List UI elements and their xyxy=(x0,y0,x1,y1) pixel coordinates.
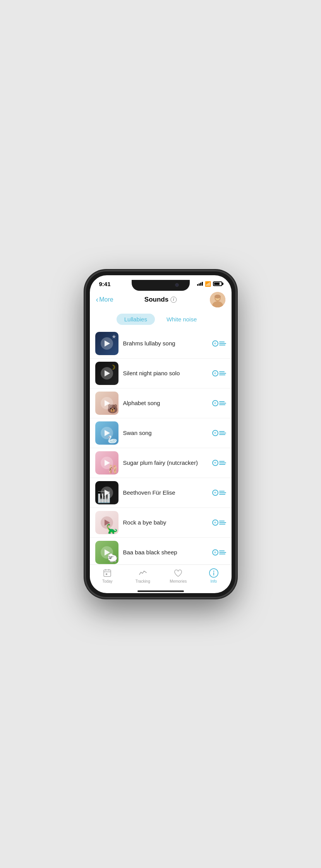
song-thumbnail[interactable]: 🐑 xyxy=(95,541,118,564)
plus-icon: + xyxy=(212,490,218,496)
plus-icon: + xyxy=(212,400,218,406)
add-to-list-button[interactable]: + xyxy=(212,340,226,347)
list-item: 🦢 Swan song + xyxy=(90,418,232,448)
song-thumbnail[interactable]: 🦢 xyxy=(95,421,118,445)
play-icon xyxy=(105,370,110,376)
add-to-list-button[interactable]: + xyxy=(212,490,226,496)
song-title: Alphabet song xyxy=(123,400,208,406)
tracking-icon xyxy=(138,568,148,578)
plus-icon: + xyxy=(212,340,218,347)
song-title: Beethoven Für Elise xyxy=(123,489,208,496)
song-title: Sugar plum fairy (nutcracker) xyxy=(123,459,208,466)
tab-today-label: Today xyxy=(102,579,113,583)
list-item: 🩰 Sugar plum fairy (nutcracker) + xyxy=(90,448,232,478)
play-button[interactable] xyxy=(101,367,113,380)
song-title: Rock a bye baby xyxy=(123,519,208,526)
avatar[interactable] xyxy=(210,292,225,307)
list-icon xyxy=(219,431,226,435)
add-to-list-button[interactable]: + xyxy=(212,519,226,526)
play-button[interactable] xyxy=(101,397,113,409)
list-icon xyxy=(219,371,226,375)
nav-title: Sounds i xyxy=(144,296,177,304)
song-title: Silent night piano solo xyxy=(123,370,208,376)
plus-icon: + xyxy=(212,549,218,556)
play-icon xyxy=(105,490,110,496)
phone-frame: 9:41 📶 ‹ More Sounds xyxy=(85,271,236,598)
song-thumbnail[interactable]: 🎹 xyxy=(95,481,118,504)
play-icon xyxy=(105,519,110,526)
status-icons: 📶 xyxy=(197,281,222,287)
page-title: Sounds xyxy=(144,296,168,304)
info-button[interactable]: i xyxy=(170,297,177,303)
avatar-image xyxy=(210,292,225,307)
today-icon xyxy=(102,568,112,578)
camera xyxy=(175,283,179,287)
play-icon xyxy=(105,400,110,406)
add-to-list-button[interactable]: + xyxy=(212,549,226,556)
list-icon xyxy=(219,521,226,525)
back-button[interactable]: ‹ More xyxy=(96,296,113,303)
play-button[interactable] xyxy=(101,487,113,499)
notch xyxy=(132,280,190,291)
tab-info-label: Info xyxy=(210,579,217,583)
phone-screen: 9:41 📶 ‹ More Sounds xyxy=(90,275,232,593)
plus-icon: + xyxy=(212,519,218,526)
play-button[interactable] xyxy=(101,427,113,439)
tab-tracking-label: Tracking xyxy=(136,579,150,583)
back-label: More xyxy=(99,296,113,303)
song-thumbnail[interactable]: 🩰 xyxy=(95,451,118,475)
tab-lullabies[interactable]: Lullabies xyxy=(117,314,155,325)
list-icon xyxy=(219,491,226,495)
home-indicator xyxy=(90,591,232,593)
song-thumbnail[interactable]: ★ xyxy=(95,332,118,355)
svg-point-13 xyxy=(213,571,214,571)
play-icon xyxy=(105,340,110,347)
play-icon xyxy=(105,460,110,466)
list-item: 🐑 Baa baa black sheep + xyxy=(90,538,232,564)
play-button[interactable] xyxy=(101,457,113,469)
list-item: ☽ Silent night piano solo + xyxy=(90,359,232,388)
tab-info[interactable]: Info xyxy=(196,568,232,583)
add-to-list-button[interactable]: + xyxy=(212,430,226,436)
song-title: Brahms lullaby song xyxy=(123,340,208,347)
tab-bar: Today Tracking Memories xyxy=(90,564,232,591)
signal-icon xyxy=(197,282,203,286)
play-icon xyxy=(105,549,110,556)
tab-white-noise[interactable]: White noise xyxy=(159,314,204,325)
song-list: ★ Brahms lullaby song + xyxy=(90,329,232,564)
list-item: 🐻 Alphabet song + xyxy=(90,388,232,418)
svg-point-4 xyxy=(215,295,221,299)
add-to-list-button[interactable]: + xyxy=(212,400,226,406)
song-thumbnail[interactable]: 🐻 xyxy=(95,392,118,415)
svg-rect-9 xyxy=(106,573,107,575)
list-item: 🎹 Beethoven Für Elise + xyxy=(90,478,232,508)
memories-icon xyxy=(173,568,183,578)
tab-memories-label: Memories xyxy=(170,579,187,583)
plus-icon: + xyxy=(212,460,218,466)
song-title: Swan song xyxy=(123,430,208,436)
song-thumbnail[interactable]: 🦕 xyxy=(95,511,118,534)
list-item: ★ Brahms lullaby song + xyxy=(90,329,232,359)
list-item: 🦕 Rock a bye baby + xyxy=(90,508,232,538)
tab-tracking[interactable]: Tracking xyxy=(125,568,161,583)
tab-today[interactable]: Today xyxy=(90,568,125,583)
song-title: Baa baa black sheep xyxy=(123,549,208,556)
list-icon xyxy=(219,550,226,554)
status-time: 9:41 xyxy=(99,281,111,287)
plus-icon: + xyxy=(212,430,218,436)
tab-memories[interactable]: Memories xyxy=(161,568,196,583)
nav-bar: ‹ More Sounds i xyxy=(90,290,232,311)
play-button[interactable] xyxy=(101,516,113,529)
filter-tabs: Lullabies White noise xyxy=(90,311,232,329)
plus-icon: + xyxy=(212,370,218,376)
play-icon xyxy=(105,430,110,436)
play-button[interactable] xyxy=(101,546,113,559)
wifi-icon: 📶 xyxy=(205,281,211,287)
info-tab-icon xyxy=(209,568,219,578)
add-to-list-button[interactable]: + xyxy=(212,460,226,466)
svg-rect-5 xyxy=(104,570,111,576)
song-thumbnail[interactable]: ☽ xyxy=(95,362,118,385)
play-button[interactable] xyxy=(101,337,113,350)
list-icon xyxy=(219,401,226,405)
add-to-list-button[interactable]: + xyxy=(212,370,226,376)
